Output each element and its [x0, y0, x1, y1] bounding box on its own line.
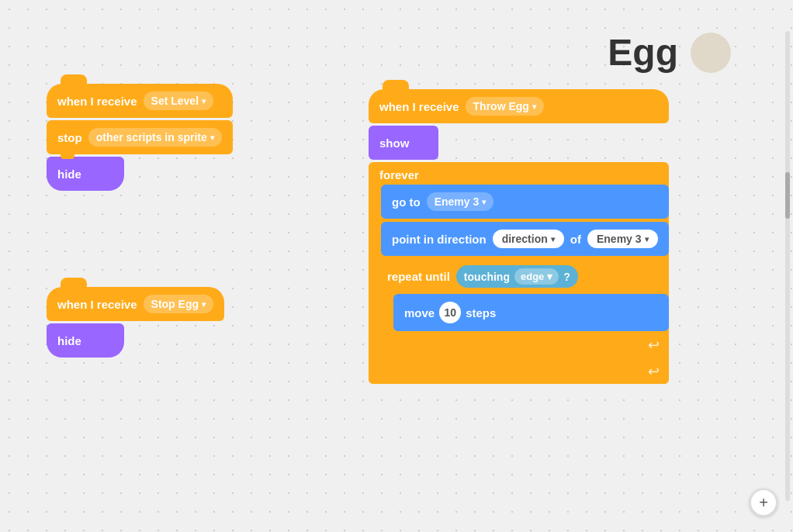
hide-block-1[interactable]: hide	[47, 157, 124, 191]
when-receive-stop-egg-block[interactable]: when I receive Stop Egg ▾	[47, 287, 224, 321]
scratch-canvas: Egg when I receive Set Level ▾ stop othe…	[0, 0, 793, 532]
throw-egg-stack: when I receive Throw Egg ▾ show forever	[369, 89, 669, 384]
move-label: move	[404, 306, 435, 320]
chevron-down-icon: ▾	[547, 271, 552, 282]
stop-block[interactable]: stop other scripts in sprite ▾	[47, 120, 233, 154]
forever-block: forever go to Enemy 3 ▾ point in dire	[369, 162, 669, 384]
when-receive-label2: when I receive	[57, 298, 137, 311]
edge-dropdown[interactable]: edge ▾	[514, 268, 559, 285]
chevron-down-icon: ▾	[210, 133, 214, 142]
point-direction-block[interactable]: point in direction direction ▾ of Enemy …	[381, 222, 669, 256]
zoom-plus-icon: +	[759, 494, 768, 512]
when-receive-throw-egg-block[interactable]: when I receive Throw Egg ▾	[369, 89, 669, 123]
set-level-group: when I receive Set Level ▾ stop other sc…	[47, 84, 233, 191]
chevron-down-icon: ▾	[532, 102, 536, 111]
hide-label2: hide	[57, 334, 81, 347]
when-receive-set-level-block[interactable]: when I receive Set Level ▾	[47, 84, 233, 118]
move-value-bubble[interactable]: 10	[439, 302, 461, 323]
show-block[interactable]: show	[369, 126, 438, 160]
repeat-arrow-icon: ↩	[648, 337, 660, 354]
throw-egg-dropdown[interactable]: Throw Egg ▾	[466, 97, 544, 116]
chevron-down-icon: ▾	[202, 300, 206, 309]
sprite-title: Egg	[608, 31, 678, 74]
stop-egg-stack: when I receive Stop Egg ▾ hide	[47, 287, 224, 358]
repeat-inner: move 10 steps	[393, 294, 669, 334]
goto-block[interactable]: go to Enemy 3 ▾	[381, 185, 669, 219]
chevron-down-icon: ▾	[551, 235, 555, 244]
chevron-down-icon: ▾	[202, 97, 206, 105]
hide-label: hide	[57, 168, 81, 181]
of-text: of	[570, 233, 581, 246]
scrollbar-thumb[interactable]	[785, 172, 790, 219]
set-level-stack: when I receive Set Level ▾ stop other sc…	[47, 84, 233, 191]
point-label: point in direction	[392, 233, 487, 246]
direction-dropdown[interactable]: direction ▾	[493, 230, 564, 248]
stop-label: stop	[57, 131, 82, 144]
repeat-until-label-row: repeat until touching edge ▾ ?	[381, 259, 669, 294]
show-label: show	[379, 136, 409, 150]
title-area: Egg	[608, 31, 731, 74]
repeat-cap: ↩	[381, 334, 669, 356]
forever-label: forever	[369, 162, 669, 185]
chevron-down-icon: ▾	[645, 235, 649, 244]
repeat-until-block: repeat until touching edge ▾ ?	[381, 259, 669, 356]
move-block[interactable]: move 10 steps	[393, 294, 669, 331]
forever-arrow-icon: ↩	[648, 363, 660, 380]
touching-block[interactable]: touching edge ▾ ?	[456, 265, 578, 288]
sprite-thumbnail	[691, 33, 731, 73]
steps-label: steps	[466, 306, 496, 320]
of-enemy-dropdown[interactable]: Enemy 3 ▾	[587, 230, 658, 248]
chevron-down-icon: ▾	[482, 198, 486, 206]
when-receive-label3: when I receive	[379, 100, 459, 113]
goto-label: go to	[392, 195, 421, 209]
forever-cap: ↩	[369, 359, 669, 384]
throw-egg-group: when I receive Throw Egg ▾ show forever	[369, 89, 669, 384]
forever-inner: go to Enemy 3 ▾ point in direction direc…	[381, 185, 669, 359]
stop-egg-dropdown[interactable]: Stop Egg ▾	[144, 295, 213, 313]
when-receive-label: when I receive	[57, 95, 137, 108]
zoom-button[interactable]: +	[750, 489, 777, 516]
scrollbar[interactable]	[785, 31, 790, 501]
stop-egg-group: when I receive Stop Egg ▾ hide	[47, 287, 224, 358]
set-level-dropdown[interactable]: Set Level ▾	[144, 92, 213, 110]
hide-block-2[interactable]: hide	[47, 323, 124, 358]
stop-dropdown[interactable]: other scripts in sprite ▾	[88, 128, 222, 147]
goto-dropdown[interactable]: Enemy 3 ▾	[427, 192, 494, 211]
